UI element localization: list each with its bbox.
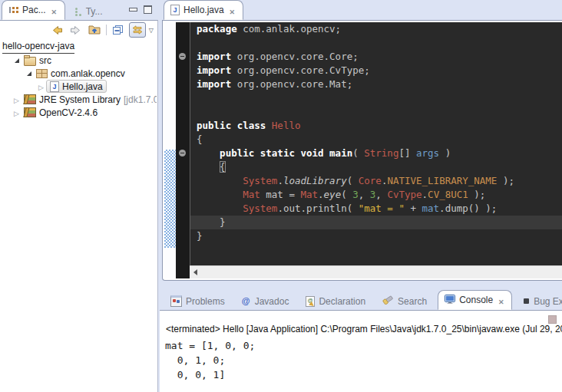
left-tab-row: Pac... Ty... (2, 2, 158, 20)
code-line[interactable]: public class Hello (190, 119, 562, 133)
editor-frame: package com.anlak.opencv;import org.open… (162, 20, 562, 281)
tab-label: Hello.java (183, 5, 224, 15)
tab-label: Ty... (86, 6, 103, 17)
tab-search[interactable]: Search (376, 292, 433, 310)
horizontal-scrollbar[interactable] (190, 265, 562, 278)
tree-item-label: Hello.java (62, 81, 103, 92)
java-file-icon (50, 81, 59, 92)
code-line[interactable]: System.loadLibrary( Core.NATIVE_LIBRARY_… (190, 174, 562, 188)
tab-problems[interactable]: Problems (164, 292, 231, 310)
minimize-icon[interactable] (129, 8, 137, 12)
tree-item-package[interactable]: com.anlak.opencv (0, 67, 157, 80)
close-icon[interactable] (50, 6, 58, 15)
library-icon (24, 107, 36, 117)
expand-arrow-icon[interactable] (14, 94, 21, 105)
toolbar-separator (106, 25, 107, 35)
code-line[interactable]: { (190, 133, 562, 147)
type-hierarchy-icon (73, 7, 82, 16)
overview-ruler[interactable] (164, 22, 176, 278)
code-line[interactable]: package com.anlak.opencv; (190, 22, 562, 36)
close-icon[interactable] (228, 6, 236, 15)
link-with-editor-icon[interactable] (129, 22, 146, 38)
problems-icon (170, 295, 182, 307)
console-view: <terminated> Hello [Java Application] C:… (160, 310, 562, 392)
code-line[interactable]: import org.opencv.core.CvType; (190, 64, 562, 77)
tab-javadoc[interactable]: Javadoc (236, 292, 296, 310)
expand-arrow-icon[interactable] (14, 107, 21, 118)
package-explorer-icon (8, 5, 18, 15)
search-icon (382, 295, 394, 307)
package-icon (36, 69, 48, 78)
terminate-icon[interactable] (548, 315, 557, 324)
code-line[interactable] (190, 105, 562, 119)
console-status-line: <terminated> Hello [Java Application] C:… (166, 324, 562, 334)
bottom-view-panel: Problems Javadoc Declaration Search (158, 288, 562, 392)
declaration-icon (306, 296, 315, 307)
tab-package-explorer[interactable]: Pac... (2, 0, 65, 20)
back-arrow-icon[interactable] (50, 23, 65, 37)
collapse-arrow-icon[interactable] (26, 71, 34, 76)
maximize-icon[interactable] (144, 5, 152, 14)
console-output[interactable]: mat = [1, 0, 0; 0, 1, 0; 0, 0, 1] (165, 338, 562, 382)
tab-label: Pac... (22, 5, 46, 15)
bug-icon (524, 298, 529, 304)
javadoc-icon (242, 297, 251, 306)
tree-item-jre[interactable]: JRE System Library [jdk1.7.0 (0, 93, 157, 106)
code-area[interactable]: package com.anlak.opencv;import org.open… (190, 22, 562, 266)
fold-collapse-icon[interactable] (179, 150, 186, 156)
package-explorer-toolbar: ▽ (50, 22, 154, 38)
code-line[interactable]: System.out.println( "mat = " + mat.dump(… (190, 202, 562, 216)
library-icon (24, 94, 36, 104)
tab-bug-explorer[interactable]: Bug Explorer (517, 292, 562, 310)
package-explorer-panel: Pac... Ty... (0, 0, 158, 392)
close-icon[interactable] (497, 296, 505, 305)
tree-item-label: OpenCV-2.4.6 (39, 107, 98, 118)
tab-declaration[interactable]: Declaration (299, 292, 372, 310)
tab-type-hierarchy[interactable]: Ty... (67, 2, 109, 20)
tab-console[interactable]: Console (438, 290, 512, 310)
fold-collapse-icon[interactable] (179, 53, 186, 60)
code-line[interactable]: import org.opencv.core.Mat; (190, 77, 562, 91)
java-file-icon (170, 5, 180, 15)
editor-tab-row: Hello.java (164, 2, 243, 20)
tree-item-src[interactable]: src (0, 54, 157, 67)
tab-hello-java[interactable]: Hello.java (164, 0, 243, 20)
scroll-left-icon[interactable] (193, 269, 197, 275)
project-label: hello-opencv-java (2, 41, 74, 54)
code-line[interactable]: import org.opencv.core.Core; (190, 50, 562, 64)
tree-item-project[interactable]: hello-opencv-java (0, 41, 157, 54)
tree-item-hello-java[interactable]: Hello.java (0, 80, 157, 93)
forward-arrow-icon[interactable] (68, 23, 84, 37)
tree-item-label: JRE System Library (39, 94, 121, 105)
package-explorer-content: ▽ hello-opencv-javasrccom.anlak.opencvHe… (0, 20, 158, 392)
project-tree: hello-opencv-javasrccom.anlak.opencvHell… (0, 41, 157, 119)
view-menu-icon[interactable]: ▽ (149, 27, 154, 34)
gutter[interactable] (176, 22, 190, 278)
tree-item-label: src (39, 55, 51, 66)
collapse-arrow-icon[interactable] (14, 58, 21, 63)
method-range-indicator (164, 150, 176, 248)
code-line[interactable] (190, 91, 562, 105)
source-folder-icon (24, 57, 36, 66)
editor-panel: Hello.java package com.anlak.opencv;impo… (162, 0, 562, 281)
bottom-tab-row: Problems Javadoc Declaration Search (164, 290, 562, 310)
code-line[interactable]: } (190, 229, 562, 243)
tree-item-label: com.anlak.opencv (51, 68, 125, 79)
code-line[interactable]: } (190, 216, 562, 229)
collapse-all-icon[interactable] (111, 23, 126, 37)
tree-item-opencv[interactable]: OpenCV-2.4.6 (0, 106, 157, 119)
code-line[interactable] (190, 36, 562, 50)
go-up-folder-icon[interactable] (87, 23, 102, 37)
panel-window-buttons (129, 5, 158, 20)
console-icon (445, 295, 455, 306)
expand-arrow-icon[interactable] (38, 81, 46, 92)
code-line[interactable]: { (190, 160, 562, 174)
code-line[interactable]: public static void main( String[] args ) (190, 147, 562, 160)
code-line[interactable]: Mat mat = Mat.eye( 3, 3, CvType.CV_8UC1 … (190, 188, 562, 202)
